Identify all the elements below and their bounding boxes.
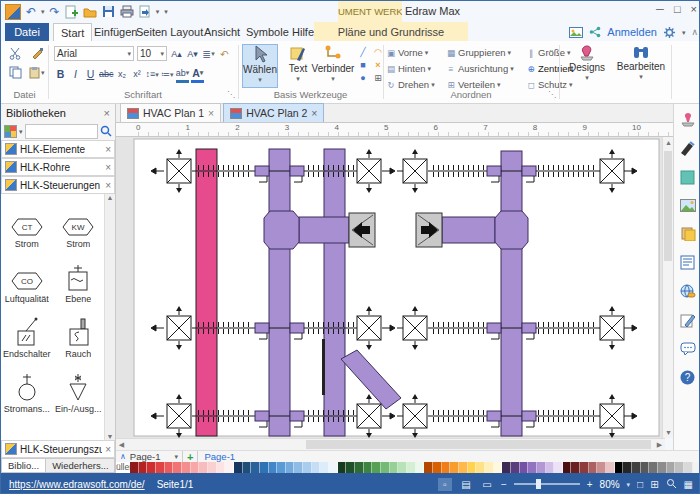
doc-tab-hvac-plan-1[interactable]: HVAC Plan 1× (120, 103, 221, 122)
zoom-in-icon[interactable]: + (587, 479, 593, 490)
library-picker-dropdown-icon[interactable]: ▾ (19, 128, 23, 135)
fill-color-swatch[interactable] (260, 462, 269, 473)
fill-color-swatch[interactable] (641, 462, 650, 473)
connector-tool-button[interactable]: Verbinder▾ (309, 44, 357, 88)
fill-color-swatch[interactable] (277, 462, 286, 473)
fill-color-swatch[interactable] (693, 462, 700, 473)
scroll-right-icon[interactable]: ▶ (654, 439, 665, 450)
picture-icon[interactable] (680, 199, 696, 212)
tab-wiederherstellen[interactable]: Wiederhers... (46, 458, 115, 473)
open-folder-icon[interactable] (83, 6, 97, 18)
symbol-luftqualitaet[interactable]: CO Luftqualität (1, 249, 53, 304)
strikethrough-button[interactable]: abc (99, 67, 114, 82)
fill-color-swatch[interactable] (476, 462, 485, 473)
duct-junction-left[interactable] (264, 211, 299, 249)
fill-color-swatch[interactable] (139, 462, 148, 473)
fill-color-swatch[interactable] (338, 462, 347, 473)
minimize-button[interactable]: ─ (656, 3, 664, 15)
fill-color-swatch[interactable] (459, 462, 468, 473)
redo-icon[interactable]: ↷ (50, 6, 60, 18)
edit-button[interactable]: Bearbeiten▾ (615, 44, 667, 88)
fill-color-swatch[interactable] (468, 462, 477, 473)
edraw-logo-icon[interactable] (5, 4, 21, 20)
fill-color-swatch[interactable] (589, 462, 598, 473)
alignment-button[interactable]: ≡Ausrichtung▾ (446, 61, 526, 76)
print-icon[interactable] (120, 5, 134, 18)
library-close-icon[interactable]: × (105, 180, 111, 191)
fill-color-swatch[interactable] (217, 462, 226, 473)
fill-color-swatch[interactable] (182, 462, 191, 473)
symbol-stromanschluss[interactable]: Stromans... (1, 359, 53, 414)
libraries-panel-close-icon[interactable]: × (104, 107, 110, 119)
vertical-scroll-thumb[interactable] (664, 151, 672, 261)
collapse-ribbon-icon[interactable]: ∧ (691, 27, 698, 37)
fill-color-swatch[interactable] (234, 462, 243, 473)
library-close-icon[interactable]: × (105, 144, 111, 155)
fill-color-swatch[interactable] (390, 462, 399, 473)
fit-page-icon[interactable]: □ (637, 479, 643, 490)
line-spacing-button[interactable]: ↕≡▾ (146, 67, 159, 82)
scroll-left-icon[interactable]: ◀ (116, 439, 127, 450)
normal-view-icon[interactable]: ▫ (438, 478, 452, 491)
grow-font-button[interactable]: A▴ (170, 46, 183, 61)
fill-color-swatch[interactable] (416, 462, 425, 473)
symbol-rauch[interactable]: Rauch (53, 304, 105, 359)
bring-forward-button[interactable]: ▣Vorne▾ (386, 45, 446, 60)
fill-color-swatch[interactable] (251, 462, 260, 473)
fit-width-icon[interactable]: ⊞ (650, 479, 658, 490)
shrink-font-button[interactable]: A▾ (186, 46, 199, 61)
subscript-button[interactable]: x₂ (116, 67, 129, 82)
duct-purple-vertical-3[interactable] (501, 151, 522, 436)
doc-tab-hvac-plan-2[interactable]: HVAC Plan 2× (223, 103, 324, 122)
outline-view-icon[interactable]: ▤ (459, 478, 473, 491)
line-tool-icon[interactable]: ╱ (357, 47, 369, 57)
fill-color-swatch[interactable] (329, 462, 338, 473)
italic-button[interactable]: I (69, 67, 82, 82)
fill-color-swatch[interactable] (606, 462, 615, 473)
fill-color-swatch[interactable] (684, 462, 693, 473)
scroll-down-icon[interactable]: ▼ (107, 433, 114, 440)
edrawsoft-link[interactable]: https://www.edrawsoft.com/de/ (9, 479, 145, 490)
fill-color-swatch[interactable] (649, 462, 658, 473)
fill-color-swatch[interactable] (346, 462, 355, 473)
fill-color-swatch[interactable] (615, 462, 624, 473)
fill-color-swatch[interactable] (424, 462, 433, 473)
font-family-select[interactable]: Arial▾ (54, 46, 134, 61)
fill-color-swatch[interactable] (433, 462, 442, 473)
share-icon[interactable] (589, 26, 601, 38)
symbol-strom-kw[interactable]: KW Strom (53, 194, 105, 249)
align-button[interactable]: ≣▾ (202, 46, 215, 61)
fill-color-swatch[interactable] (494, 462, 503, 473)
undo-dropdown-icon[interactable]: ▾ (41, 8, 45, 15)
fill-color-swatch[interactable] (156, 462, 165, 473)
fan-right[interactable] (416, 213, 442, 247)
pages-icon[interactable] (680, 226, 696, 241)
underline-button[interactable]: U (84, 67, 97, 82)
tab-close-icon[interactable]: × (311, 107, 317, 119)
fill-color-swatch[interactable] (407, 462, 416, 473)
fill-color-swatch[interactable] (667, 462, 676, 473)
fill-color-swatch[interactable] (537, 462, 546, 473)
tab-bibliotheken[interactable]: Biblio... (1, 458, 46, 473)
fill-color-swatch[interactable] (199, 462, 208, 473)
page-tab[interactable]: Page-1 (197, 451, 235, 462)
duct-purple-vertical-1[interactable] (269, 149, 290, 436)
page-dropdown[interactable]: Page-1▾ (130, 451, 183, 462)
arrange-dialog-launcher-icon[interactable]: ⋱ (548, 90, 556, 99)
paste-icon[interactable] (29, 66, 40, 79)
qat-more-icon[interactable]: ▾ (164, 8, 168, 15)
comment-icon[interactable] (680, 342, 696, 356)
fill-color-swatch[interactable] (563, 462, 572, 473)
fill-color-swatch[interactable] (173, 462, 182, 473)
fill-color-swatch[interactable] (450, 462, 459, 473)
library-bar-hlk-elemente[interactable]: HLK-Elemente× (1, 140, 115, 158)
scroll-up-icon[interactable]: ▲ (107, 194, 114, 201)
fill-color-swatch[interactable] (485, 462, 494, 473)
duct-horizontal-left[interactable] (299, 217, 349, 243)
format-painter-icon[interactable] (29, 47, 45, 60)
symbol-ebene[interactable]: Ebene (53, 249, 105, 304)
fill-color-swatch[interactable] (303, 462, 312, 473)
designs-button[interactable]: Designs▾ (563, 44, 611, 88)
fill-color-swatch[interactable] (372, 462, 381, 473)
tab-plaene-und-grundrisse[interactable]: Pläne und Grundrisse (314, 22, 468, 41)
